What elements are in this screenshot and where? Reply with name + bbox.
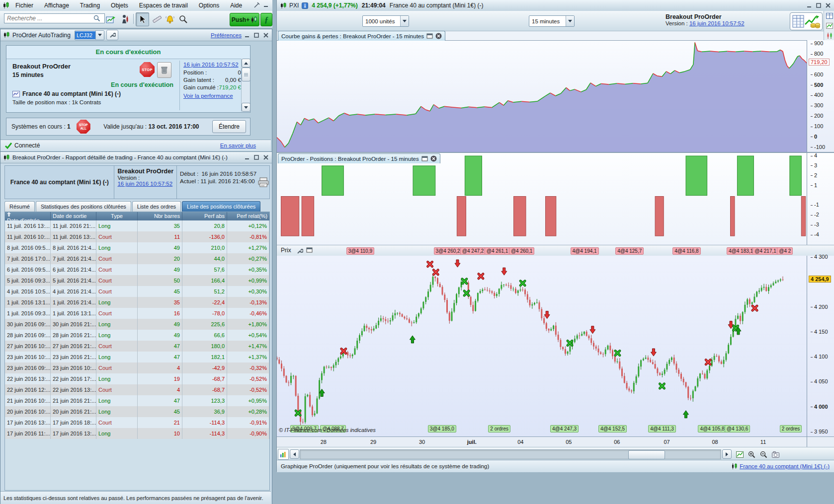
menu-affichage[interactable]: Affichage	[39, 0, 75, 10]
table-row[interactable]: 6 juil. 2016 09:5...6 juil. 2016 21:4...…	[5, 264, 269, 275]
mini-table-button[interactable]	[824, 11, 834, 21]
table-row[interactable]: 1 juil. 2016 13:1...1 juil. 2016 21:4...…	[5, 297, 269, 308]
autotrading-minimize[interactable]	[243, 32, 251, 39]
stop-system-button[interactable]: STOP	[140, 62, 155, 77]
expand-range-button[interactable]	[734, 449, 745, 460]
search-input[interactable]	[4, 13, 105, 23]
col-nbr-barres[interactable]: Nbr barres	[138, 212, 182, 220]
mini-chart-button[interactable]	[824, 21, 834, 31]
popout-icon[interactable]	[421, 156, 428, 161]
price-popout-button[interactable]	[306, 247, 313, 253]
push-button[interactable]: Push+	[230, 13, 259, 26]
chart-close[interactable]	[824, 2, 832, 9]
status-instrument-link[interactable]: France 40 au comptant (Mini 1€) (-)	[740, 463, 830, 469]
table-row[interactable]: 28 juin 2016 09:...28 juin 2016 21:...Lo…	[5, 330, 269, 341]
tab-resume[interactable]: Résumé	[4, 201, 35, 212]
price-chart[interactable]: 3@4 009,7@4 088,73@4 185,02 ordres4@4 24…	[277, 256, 807, 436]
scroll-down-button[interactable]	[242, 103, 250, 112]
positions-panel-tab[interactable]: ProOrder - Positions : Breakout ProOrder…	[278, 153, 440, 163]
tab-liste-ordres[interactable]: Liste des ordres	[132, 201, 181, 212]
drawing-tool-button[interactable]	[150, 13, 163, 26]
zoom-in-button[interactable]	[746, 449, 757, 460]
tab-liste-positions[interactable]: Liste des positions clôturées	[182, 201, 260, 212]
pin-icon[interactable]	[253, 1, 261, 8]
report-version-link[interactable]: 16 juin 2016 10:57:52	[117, 181, 172, 187]
tab-statistiques[interactable]: Statistiques des positions clôturées	[36, 201, 131, 212]
equity-axis[interactable]: 9008006005004003002001000-100719,20	[807, 40, 834, 152]
table-row[interactable]: 22 juin 2016 13:...22 juin 2016 17:...Lo…	[5, 373, 269, 384]
search-icon[interactable]	[93, 15, 100, 22]
scroll-up-button[interactable]	[242, 59, 250, 68]
running-scrollbar[interactable]	[241, 59, 250, 112]
trading-accounts-button[interactable]	[118, 13, 131, 26]
zoom-tool-button[interactable]	[177, 13, 190, 26]
table-row[interactable]: 23 juin 2016 10:...23 juin 2016 21:...Lo…	[5, 352, 269, 362]
popout-icon[interactable]	[426, 33, 433, 39]
scroll-left-button[interactable]	[290, 449, 299, 459]
col-type[interactable]: Type	[96, 212, 138, 220]
scroll-thumb[interactable]	[242, 68, 250, 81]
report-close[interactable]	[262, 154, 270, 161]
table-row[interactable]: 5 juil. 2016 09:3...5 juil. 2016 21:4...…	[5, 275, 269, 286]
table-row[interactable]: 4 juil. 2016 10:5...4 juil. 2016 21:4...…	[5, 286, 269, 297]
snapshot-button[interactable]	[770, 449, 781, 460]
scroll-right-button[interactable]	[722, 449, 732, 459]
learn-more-link[interactable]: En savoir plus	[220, 143, 256, 148]
table-row[interactable]: 30 juin 2016 09:...30 juin 2016 21:...Lo…	[5, 319, 269, 330]
table-row[interactable]: 23 juin 2016 09:...23 juin 2016 10:...Co…	[5, 362, 269, 373]
preferences-link[interactable]: Préférences	[211, 32, 242, 38]
equity-panel-tab[interactable]: Courbe gains & pertes : Breakout ProOrde…	[278, 31, 445, 41]
mini-period-button[interactable]	[278, 449, 289, 460]
print-button[interactable]	[257, 177, 269, 188]
new-chart-button[interactable]	[104, 13, 117, 26]
table-row[interactable]: 21 juin 2016 10:...21 juin 2016 21:...Lo…	[5, 395, 269, 406]
chart-version-link[interactable]: 16 juin 2016 10:57:52	[689, 20, 745, 26]
col-perf-abs[interactable]: Perf abs	[182, 212, 227, 220]
report-maximize[interactable]	[252, 154, 260, 161]
close-icon[interactable]	[430, 155, 437, 162]
units-select[interactable]: 1000 unités	[362, 15, 409, 27]
chart-scroll-thumb[interactable]	[628, 450, 665, 459]
col-date-sortie[interactable]: Date de sortie	[51, 212, 96, 220]
menu-objets[interactable]: Objets	[105, 0, 134, 10]
col-date-entree[interactable]: Date d'entrée	[5, 212, 51, 220]
mini-candles-button[interactable]	[824, 31, 834, 41]
report-minimize[interactable]	[243, 154, 251, 161]
table-row[interactable]: 20 juin 2016 10:...20 juin 2016 21:...Lo…	[5, 406, 269, 417]
alert-bell-button[interactable]	[164, 13, 177, 26]
menu-aide[interactable]: Aide	[225, 0, 248, 10]
chart-minimize[interactable]	[805, 2, 813, 9]
autotrading-maximize[interactable]	[252, 32, 260, 39]
stop-all-button[interactable]: STOP ALL	[77, 120, 90, 134]
table-row[interactable]: 11 juil. 2016 10:...11 juil. 2016 13:...…	[5, 231, 269, 242]
zoom-out-button[interactable]	[758, 449, 769, 460]
table-row[interactable]: 17 juin 2016 11:...17 juin 2016 13:...Lo…	[5, 428, 269, 439]
price-axis[interactable]: 4 3004 2004 1504 1004 0504 0003 9504 254…	[807, 256, 834, 436]
menu-options[interactable]: Options	[193, 0, 225, 10]
extend-button[interactable]: Étendre	[212, 120, 246, 133]
positions-axis[interactable]: 4321-1-2-3-4	[807, 153, 834, 245]
menu-fichier[interactable]: Fichier	[10, 0, 39, 10]
performance-link[interactable]: Voir la performance	[183, 93, 241, 99]
table-row[interactable]: 27 juin 2016 10:...27 juin 2016 21:...Co…	[5, 341, 269, 352]
table-row[interactable]: 11 juil. 2016 13:...11 juil. 2016 21:...…	[5, 220, 269, 231]
close-icon[interactable]	[435, 33, 442, 39]
minimize-button[interactable]	[262, 1, 270, 8]
probacktest-button[interactable]	[790, 12, 823, 30]
menu-trading[interactable]: Trading	[75, 0, 105, 10]
autotrading-close[interactable]	[262, 32, 270, 39]
col-perf-relat[interactable]: Perf relat(%)	[227, 212, 269, 220]
info-icon[interactable]	[302, 2, 308, 9]
time-axis[interactable]: 282930juil.040506070811	[277, 436, 807, 447]
positions-chart[interactable]	[277, 153, 807, 245]
autotrading-settings-button[interactable]	[106, 30, 118, 40]
table-row[interactable]: 17 juin 2016 13:...17 juin 2016 18:...Co…	[5, 417, 269, 428]
delete-system-button[interactable]	[157, 62, 171, 78]
price-settings-button[interactable]	[295, 246, 305, 256]
menu-espaces[interactable]: Espaces de travail	[134, 0, 193, 10]
equity-chart[interactable]	[277, 40, 807, 152]
timeframe-select[interactable]: 15 minutes	[529, 15, 575, 27]
account-select[interactable]: LCJ32	[75, 30, 104, 40]
cursor-tool-button[interactable]	[136, 12, 149, 26]
table-row[interactable]: 1 juil. 2016 09:3...1 juil. 2016 13:1...…	[5, 308, 269, 319]
